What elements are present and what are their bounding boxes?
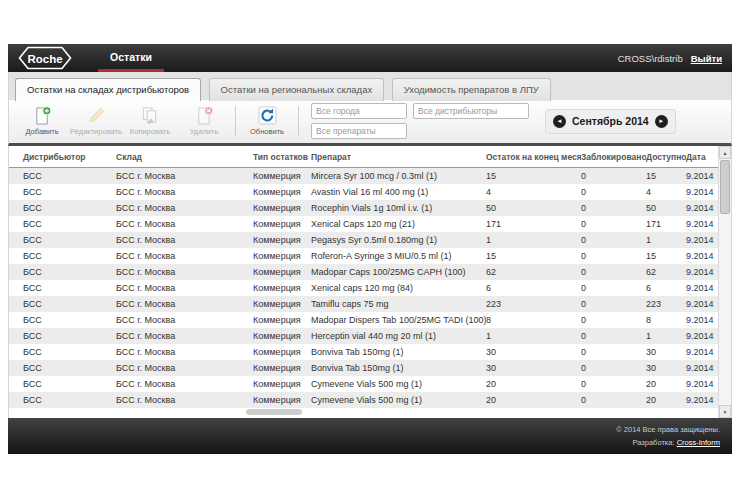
- table-row[interactable]: БСС БСС г. Москва Коммерция Roferon-A Sy…: [9, 248, 720, 264]
- cell-available: 1: [646, 331, 686, 341]
- copy-button: Копировать: [123, 103, 177, 139]
- cell-available: 15: [646, 171, 686, 181]
- table-row[interactable]: БСС БСС г. Москва Коммерция Rocephin Via…: [9, 200, 720, 216]
- cell-stock-type: Коммерция: [253, 203, 311, 213]
- cell-date: 9.2014: [686, 187, 720, 197]
- table-row[interactable]: БСС БСС г. Москва Коммерция Cymevene Via…: [9, 376, 720, 392]
- cell-available: 20: [646, 395, 686, 405]
- delete-button-label: Удалить: [190, 127, 219, 136]
- table-row[interactable]: БСС БСС г. Москва Коммерция Avastin Vial…: [9, 184, 720, 200]
- cell-stock-type: Коммерция: [253, 267, 311, 277]
- cell-available: 20: [646, 379, 686, 389]
- cell-date: 9.2014: [686, 347, 720, 357]
- cell-available: 8: [646, 315, 686, 325]
- edit-pencil-icon: [87, 106, 106, 125]
- tab-lpu-consumption[interactable]: Уходимость препаратов в ЛПУ: [392, 78, 551, 101]
- developer-link[interactable]: Cross-Inform: [677, 438, 720, 447]
- cell-blocked: 0: [581, 315, 646, 325]
- refresh-button[interactable]: Обновить: [240, 103, 294, 139]
- scroll-down-icon[interactable]: ▼: [719, 405, 731, 418]
- cell-available: 1: [646, 235, 686, 245]
- table-row[interactable]: БСС БСС г. Москва Коммерция Bonviva Tab …: [9, 360, 720, 376]
- tab-distributor-stocks[interactable]: Остатки на складах дистрибьюторов: [15, 78, 201, 101]
- tab-strip: Остатки на складах дистрибьюторов Остатк…: [8, 72, 732, 100]
- next-month-icon[interactable]: ►: [655, 115, 668, 128]
- table-row[interactable]: БСС БСС г. Москва Коммерция Xenical caps…: [9, 280, 720, 296]
- edit-button: Редактировать: [69, 103, 123, 139]
- cell-warehouse: БСС г. Москва: [116, 395, 253, 405]
- drugs-filter-input[interactable]: [311, 123, 407, 139]
- cell-warehouse: БСС г. Москва: [116, 251, 253, 261]
- table-row[interactable]: БСС БСС г. Москва Коммерция Cymevene Via…: [9, 392, 720, 408]
- cell-warehouse: БСС г. Москва: [116, 219, 253, 229]
- cell-date: 9.2014: [686, 395, 720, 405]
- cell-stock-type: Коммерция: [253, 347, 311, 357]
- cell-end-of-month: 1: [486, 331, 581, 341]
- filters: [311, 103, 529, 139]
- column-header-warehouse: Склад: [116, 152, 253, 162]
- vertical-scrollbar-thumb[interactable]: [720, 160, 730, 214]
- cell-stock-type: Коммерция: [253, 299, 311, 309]
- table-row[interactable]: БСС БСС г. Москва Коммерция Xenical Caps…: [9, 216, 720, 232]
- add-button[interactable]: Добавить: [15, 103, 69, 139]
- add-document-icon: [33, 106, 52, 125]
- cell-blocked: 0: [581, 347, 646, 357]
- vertical-scrollbar[interactable]: ▲ ▼: [718, 146, 731, 418]
- cell-end-of-month: 1: [486, 235, 581, 245]
- scroll-up-icon[interactable]: ▲: [719, 146, 731, 159]
- table-row[interactable]: БСС БСС г. Москва Коммерция Mircera Syr …: [9, 168, 720, 184]
- cell-drug: Madopar Dispers Tab 100/25MG TADI (100): [311, 315, 486, 325]
- table-row[interactable]: БСС БСС г. Москва Коммерция Tamiflu caps…: [9, 296, 720, 312]
- cell-drug: Cymevene Vials 500 mg (1): [311, 395, 486, 405]
- cell-distributor: БСС: [9, 379, 116, 389]
- previous-month-icon[interactable]: ◄: [553, 115, 566, 128]
- cell-warehouse: БСС г. Москва: [116, 171, 253, 181]
- cell-available: 171: [646, 219, 686, 229]
- cell-date: 9.2014: [686, 379, 720, 389]
- cell-available: 4: [646, 187, 686, 197]
- tab-regional-stocks[interactable]: Остатки на региональных складах: [209, 78, 385, 101]
- cell-stock-type: Коммерция: [253, 251, 311, 261]
- cell-distributor: БСС: [9, 171, 116, 181]
- cell-end-of-month: 20: [486, 379, 581, 389]
- table-row[interactable]: БСС БСС г. Москва Коммерция Herceptin vi…: [9, 328, 720, 344]
- cell-stock-type: Коммерция: [253, 219, 311, 229]
- table-row[interactable]: БСС БСС г. Москва Коммерция Bonviva Tab …: [9, 344, 720, 360]
- cities-filter-input[interactable]: [311, 103, 407, 119]
- cell-end-of-month: 30: [486, 363, 581, 373]
- column-header-distributor: Дистрибьютор: [9, 152, 116, 162]
- cell-date: 9.2014: [686, 203, 720, 213]
- table-row[interactable]: БСС БСС г. Москва Коммерция Madopar Caps…: [9, 264, 720, 280]
- logout-link[interactable]: Выйти: [691, 53, 722, 64]
- cell-distributor: БСС: [9, 299, 116, 309]
- cell-blocked: 0: [581, 187, 646, 197]
- cell-drug: Roferon-A Syringe 3 MIU/0.5 ml (1): [311, 251, 486, 261]
- cell-end-of-month: 15: [486, 171, 581, 181]
- cell-warehouse: БСС г. Москва: [116, 267, 253, 277]
- cell-date: 9.2014: [686, 283, 720, 293]
- cell-end-of-month: 8: [486, 315, 581, 325]
- column-header-date: Дата: [686, 152, 720, 162]
- cell-date: 9.2014: [686, 331, 720, 341]
- cell-distributor: БСС: [9, 395, 116, 405]
- copy-button-label: Копировать: [130, 127, 170, 136]
- cell-distributor: БСС: [9, 235, 116, 245]
- cell-stock-type: Коммерция: [253, 315, 311, 325]
- cell-drug: Rocephin Vials 1g 10ml i.v. (1): [311, 203, 486, 213]
- cell-end-of-month: 20: [486, 395, 581, 405]
- table-row[interactable]: БСС БСС г. Москва Коммерция Pegasys Syr …: [9, 232, 720, 248]
- cell-distributor: БСС: [9, 203, 116, 213]
- cell-drug: Bonviva Tab 150mg (1): [311, 363, 486, 373]
- table-body: БСС БСС г. Москва Коммерция Mircera Syr …: [9, 168, 720, 408]
- cell-date: 9.2014: [686, 235, 720, 245]
- horizontal-scrollbar-thumb[interactable]: [246, 409, 302, 415]
- cell-blocked: 0: [581, 283, 646, 293]
- month-selector: ◄ Сентябрь 2014 ►: [545, 109, 676, 134]
- distributors-filter-input[interactable]: [413, 103, 529, 119]
- cell-distributor: БСС: [9, 251, 116, 261]
- cell-available: 6: [646, 283, 686, 293]
- table-row[interactable]: БСС БСС г. Москва Коммерция Madopar Disp…: [9, 312, 720, 328]
- nav-item-ostatki[interactable]: Остатки: [98, 44, 164, 72]
- cell-stock-type: Коммерция: [253, 171, 311, 181]
- developer-line: Разработка: Cross-Inform: [20, 437, 720, 450]
